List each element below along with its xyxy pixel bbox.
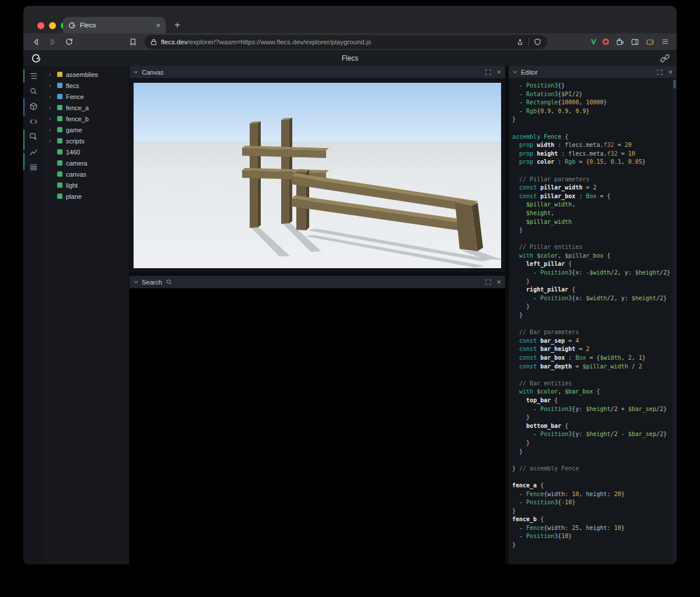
entity-color-swatch [57,138,62,143]
entities-cube-icon[interactable] [23,99,44,114]
close-icon[interactable]: × [668,68,673,76]
code-line: - Fence{width: 10, height: 20} [512,490,672,499]
code-line: - Position3{x: -$width/2, y: $height/2} [512,269,672,278]
chevron-down-icon[interactable] [513,71,517,73]
url-domain: flecs.dev [161,38,187,45]
expand-chevron-icon[interactable]: › [49,83,54,89]
tree-item-camera[interactable]: camera [44,157,129,168]
expand-icon[interactable] [657,69,663,75]
sidebar-toggle-icon[interactable] [631,38,639,46]
search-panel-header[interactable]: Search × [130,276,505,289]
tree-item-flecs[interactable]: ›flecs [44,80,129,91]
edge-indicator-green2 [23,129,24,150]
share-link-icon[interactable] [660,54,670,63]
statistics-chart-icon[interactable] [23,144,44,159]
bookmark-icon[interactable] [126,35,140,49]
tree-item-label: plane [66,193,82,200]
url-bar[interactable]: flecs.dev/explorer/?wasm=https://www.fle… [145,35,547,49]
reload-icon[interactable] [62,35,76,49]
code-editor[interactable]: - Position3{} - Rotation3{$PI/2} - Recta… [509,79,677,564]
browser-tab-flecs[interactable]: Flecs × [63,17,166,33]
editor-panel-actions: × [657,68,673,76]
entity-color-swatch [57,194,62,199]
expand-icon[interactable] [485,279,491,285]
browser-window: Flecs × + flecs.dev/explorer/?wasm=https… [23,6,677,564]
tree-item-light[interactable]: light [44,180,129,191]
tree-item-label: fence_b [66,115,89,122]
code-line: const bar_sep = 4 [512,337,672,346]
chevron-down-icon[interactable] [134,71,138,73]
search-content[interactable] [130,289,505,564]
flecs-logo-icon[interactable] [31,53,41,64]
tab-strip: Flecs × + [23,6,677,33]
tree-item-plane[interactable]: plane [44,191,129,202]
extensions-puzzle-icon[interactable] [615,37,624,46]
canvas-3d-scene[interactable] [134,83,501,268]
entity-tree: ›assemblies›flecs›Fence›fence_a›fence_b›… [44,66,130,564]
tree-item-scripts[interactable]: ›scripts [44,135,129,146]
extension-ring-icon[interactable] [603,38,609,45]
close-icon[interactable]: × [496,278,501,286]
canvas-panel: Canvas × [130,66,505,272]
tree-item-1460[interactable]: 1460 [44,146,129,157]
menu-icon[interactable] [661,38,670,45]
minimize-window-button[interactable] [49,22,56,29]
entity-color-swatch [57,160,62,166]
tree-item-fence_b[interactable]: ›fence_b [44,113,129,124]
canvas-panel-actions: × [485,68,501,76]
code-area[interactable]: - Position3{} - Rotation3{$PI/2} - Recta… [509,79,677,553]
code-line: - Position3{x: $width/2, y: $height/2} [512,294,672,303]
expand-chevron-icon[interactable]: › [49,94,54,100]
chevron-down-icon[interactable] [134,280,138,283]
expand-chevron-icon[interactable]: › [49,72,54,78]
search-panel-icon[interactable] [23,83,44,99]
tree-item-label: game [66,127,82,134]
back-icon[interactable] [29,35,43,49]
code-line: - Fence{width: 25, height: 10} [512,524,672,533]
expand-chevron-icon[interactable]: › [49,138,54,144]
expand-icon[interactable] [485,69,491,75]
logs-rows-icon[interactable] [23,159,44,174]
code-line [512,456,672,465]
code-line: // Pillar entities [512,243,672,252]
expand-chevron-icon[interactable]: › [49,105,54,111]
brave-shield-icon[interactable] [534,38,541,46]
entity-tree-list: ›assemblies›flecs›Fence›fence_a›fence_b›… [44,69,129,202]
canvas-panel-header[interactable]: Canvas × [130,66,505,79]
editor-scrollbar[interactable] [673,79,677,564]
tree-item-Fence[interactable]: ›Fence [44,91,129,102]
code-line: $height, [512,209,672,218]
browser-toolbar: flecs.dev/explorer/?wasm=https://www.fle… [23,33,677,51]
tab-close-icon[interactable]: × [156,22,160,29]
code-line: - Rgb{0.9, 0.9, 0.9} [512,107,672,116]
expand-chevron-icon[interactable]: › [49,116,54,122]
close-window-button[interactable] [37,22,44,29]
inspect-icon[interactable] [23,129,44,144]
share-icon[interactable] [516,38,524,46]
tree-item-game[interactable]: ›game [44,124,129,135]
editor-panel-header[interactable]: Editor × [509,66,677,79]
outline-tree-icon[interactable] [23,68,44,83]
close-icon[interactable]: × [496,68,501,76]
scrollbar-thumb[interactable] [673,80,676,89]
extension-v-icon[interactable]: V [591,37,596,46]
app-header: Flecs [23,51,677,66]
new-tab-button[interactable]: + [170,18,184,32]
wallet-icon[interactable] [646,38,654,46]
code-line: bottom_bar { [512,422,672,431]
code-line: prop color : Rgb = {0.15, 0.1, 0.05} [512,158,672,167]
code-icon[interactable] [23,114,44,129]
extensions-area: V [591,37,671,46]
tree-item-label: scripts [66,138,85,145]
tree-item-fence_a[interactable]: ›fence_a [44,102,129,113]
expand-chevron-icon[interactable]: › [49,127,54,133]
panel-title-editor: Editor [521,69,538,76]
code-line: } // assembly Fence [512,465,672,473]
tree-item-assemblies[interactable]: ›assemblies [44,69,129,80]
edge-indicator-blue [23,98,24,117]
page-title: Flecs [342,54,359,62]
editor-panel: Editor × - Position3{} - Rotation3{$PI/2… [509,66,677,564]
tree-item-canvas[interactable]: canvas [44,168,129,180]
forward-icon[interactable] [46,35,60,49]
code-line: with $color, $pillar_box { [512,252,672,261]
